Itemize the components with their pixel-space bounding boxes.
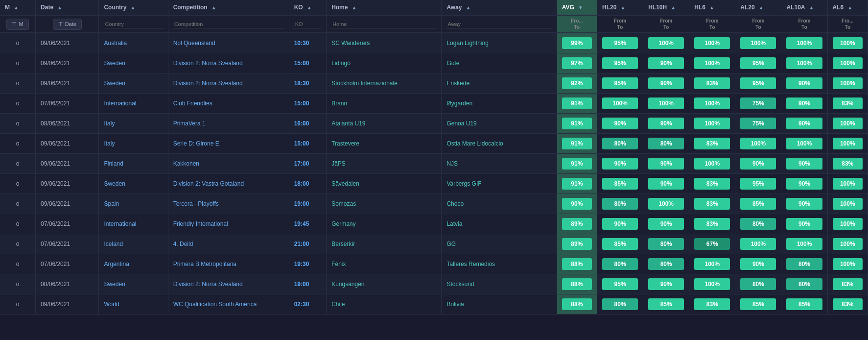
country-link[interactable]: Sweden — [104, 281, 125, 288]
home-team-link[interactable]: SC Wanderers — [331, 40, 370, 47]
country-link[interactable]: Sweden — [104, 60, 125, 67]
country-link[interactable]: Argentina — [104, 261, 129, 267]
th-away[interactable]: Away ▲ — [442, 0, 557, 15]
home-team-link[interactable]: Kungsängen — [331, 281, 364, 288]
away-team-link[interactable]: Talleres Remedios — [446, 261, 495, 267]
country-link[interactable]: Sweden — [104, 180, 125, 187]
country-link[interactable]: Italy — [104, 120, 115, 127]
away-team-link[interactable]: Stocksund — [446, 281, 474, 288]
th-hl10h[interactable]: HL10H ▲ — [643, 0, 689, 15]
cell-hl20: 95% — [597, 73, 643, 94]
filter-away-input[interactable] — [446, 20, 552, 28]
competition-link[interactable]: Npl Queensland — [173, 40, 215, 47]
country-link[interactable]: Finland — [104, 160, 123, 167]
th-date[interactable]: Date ▲ — [36, 0, 99, 15]
cell-hl20: 80% — [597, 134, 643, 154]
th-ko[interactable]: KO ▲ — [289, 0, 326, 15]
m-value: o — [16, 180, 20, 187]
home-team-link[interactable]: Fénix — [331, 261, 346, 267]
filter-ko-input[interactable] — [293, 20, 322, 28]
cell-al20: 100% — [735, 134, 781, 154]
m-value: o — [16, 220, 20, 227]
cell-competition: 4. Deild — [168, 234, 289, 254]
competition-link[interactable]: Kakkonen — [173, 160, 199, 167]
home-team-link[interactable]: Lidingö — [331, 60, 351, 67]
sort-al6-icon: ▲ — [847, 5, 852, 10]
cell-al6: 100% — [827, 33, 868, 53]
pct-value: 91% — [562, 97, 592, 109]
competition-link[interactable]: Division 2: Norra Svealand — [173, 60, 243, 67]
cell-hl10h: 100% — [643, 94, 689, 114]
away-team-link[interactable]: Øygarden — [446, 100, 472, 107]
away-team-link[interactable]: Bolivia — [446, 301, 464, 308]
cell-al10a: 100% — [781, 53, 827, 73]
cell-hl6: 83% — [689, 174, 735, 194]
filter-date-button[interactable]: ⊤ Date — [53, 19, 82, 30]
country-link[interactable]: Australia — [104, 40, 127, 47]
country-link[interactable]: Italy — [104, 140, 115, 147]
th-competition[interactable]: Competition ▲ — [168, 0, 289, 15]
competition-link[interactable]: Tercera - Playoffs — [173, 200, 219, 207]
home-team-link[interactable]: Berserkir — [331, 241, 355, 247]
away-team-link[interactable]: Ostia Mare Lidocalcio — [446, 140, 503, 147]
country-link[interactable]: International — [104, 100, 136, 107]
competition-link[interactable]: Division 2: Norra Svealand — [173, 80, 243, 87]
away-team-link[interactable]: Gute — [446, 60, 459, 67]
away-team-link[interactable]: Varbergs GIF — [446, 180, 481, 187]
th-hl20[interactable]: HL20 ▲ — [597, 0, 643, 15]
filter-m-button[interactable]: ⊤ M — [6, 19, 28, 30]
th-al6[interactable]: AL6 ▲ — [827, 0, 868, 15]
filter-home-input[interactable] — [330, 20, 437, 28]
pct-value: 89% — [562, 238, 592, 250]
competition-link[interactable]: Division 2: Norra Svealand — [173, 281, 243, 288]
away-team-link[interactable]: Logan Lightning — [446, 40, 488, 47]
home-team-link[interactable]: JäPS — [331, 160, 346, 167]
country-link[interactable]: Iceland — [104, 241, 123, 247]
th-al20[interactable]: AL20 ▲ — [735, 0, 781, 15]
away-team-link[interactable]: Enskede — [446, 80, 469, 87]
country-link[interactable]: Sweden — [104, 80, 125, 87]
home-team-link[interactable]: Atalanta U19 — [331, 120, 365, 127]
home-team-link[interactable]: Germany — [331, 220, 355, 227]
pct-value: 95% — [740, 57, 776, 69]
country-link[interactable]: International — [104, 220, 136, 227]
cell-away: Stocksund — [442, 274, 557, 294]
competition-link[interactable]: Serie D: Girone E — [173, 140, 219, 147]
th-home[interactable]: Home ▲ — [327, 0, 442, 15]
country-link[interactable]: World — [104, 301, 119, 308]
th-m[interactable]: M ▲ — [0, 0, 36, 15]
filter-country-input[interactable] — [103, 20, 164, 28]
home-team-link[interactable]: Sävedalen — [331, 180, 359, 187]
away-team-link[interactable]: GG — [446, 241, 456, 247]
home-team-link[interactable]: Chile — [331, 301, 345, 308]
competition-link[interactable]: Club Friendlies — [173, 100, 212, 107]
competition-link[interactable]: Division 2: Vastra Gotaland — [173, 180, 244, 187]
cell-hl10h: 80% — [643, 254, 689, 274]
competition-link[interactable]: 4. Deild — [173, 241, 193, 247]
home-team-link[interactable]: Somozas — [331, 200, 356, 207]
away-team-link[interactable]: NJS — [446, 160, 458, 167]
pct-value: 100% — [833, 258, 863, 270]
competition-link[interactable]: Friendly International — [173, 220, 228, 227]
pct-value: 91% — [562, 178, 592, 190]
home-team-link[interactable]: Stockholm Internazionale — [331, 80, 398, 87]
pct-value: 100% — [786, 57, 822, 69]
th-avg[interactable]: AVG ▼ — [557, 0, 597, 15]
filter-competition-input[interactable] — [172, 20, 285, 28]
filter-avg: Fro... To — [557, 15, 597, 33]
away-team-link[interactable]: Genoa U19 — [446, 120, 476, 127]
competition-link[interactable]: PrimaVera 1 — [173, 120, 206, 127]
th-country[interactable]: Country ▲ — [99, 0, 168, 15]
cell-date: 09/06/2021 — [36, 194, 99, 214]
competition-link[interactable]: Primera B Metropolitana — [173, 261, 236, 267]
away-team-link[interactable]: Choco — [446, 200, 464, 207]
home-team-link[interactable]: Brann — [331, 100, 347, 107]
away-team-link[interactable]: Latvia — [446, 220, 462, 227]
country-link[interactable]: Spain — [104, 200, 119, 207]
competition-link[interactable]: WC Qualification South America — [173, 301, 257, 308]
th-al10a[interactable]: AL10A ▲ — [781, 0, 827, 15]
pct-value: 91% — [562, 138, 592, 149]
th-hl6[interactable]: HL6 ▲ — [689, 0, 735, 15]
home-team-link[interactable]: Trastevere — [331, 140, 359, 147]
table-row: o07/06/2021InternationalClub Friendlies1… — [0, 94, 868, 114]
